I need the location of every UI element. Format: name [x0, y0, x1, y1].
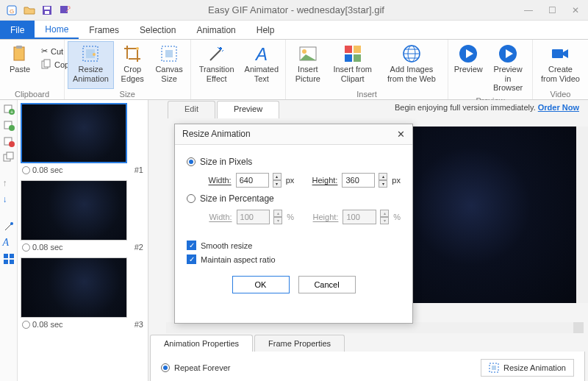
edit-tab[interactable]: Edit — [168, 101, 215, 118]
maximize-button[interactable]: ☐ — [545, 5, 559, 15]
insert-picture-button[interactable]: Insert Picture — [289, 41, 327, 89]
frame-thumbnail[interactable] — [21, 257, 127, 318]
frame-thumbnail[interactable] — [21, 180, 127, 241]
frame-panel: 0.08 sec#1 0.08 sec#2 0.08 sec#3 — [18, 100, 148, 381]
spinner-up[interactable]: ▴ — [379, 173, 387, 180]
order-now-link[interactable]: Order Now — [538, 103, 579, 112]
effects-icon[interactable] — [3, 221, 15, 232]
save-to-web-icon[interactable] — [59, 4, 71, 16]
ok-button[interactable]: OK — [232, 276, 290, 293]
group-video: Video — [536, 89, 585, 99]
title-bar: G Easy GIF Animator - wednesday[3star].g… — [0, 0, 588, 21]
width-px-input[interactable]: 640 — [236, 173, 269, 188]
frame-item[interactable]: 0.08 sec#3 — [21, 257, 145, 329]
size-percent-radio[interactable]: Size in Percentage — [187, 193, 401, 204]
animated-text-button[interactable]: A Animated Text — [241, 41, 282, 98]
group-clipboard: Clipboard — [3, 89, 61, 99]
scrollbar-horizontal[interactable] — [166, 322, 584, 333]
svg-point-12 — [93, 53, 96, 56]
folder-icon[interactable] — [24, 4, 35, 16]
crop-edges-button[interactable]: Crop Edges — [115, 41, 150, 89]
move-up-icon[interactable]: ↑ — [3, 178, 15, 190]
file-menu[interactable]: File — [0, 21, 35, 39]
preview-browser-button[interactable]: Preview in Browser — [487, 41, 529, 96]
width-pct-input: 100 — [237, 210, 270, 224]
svg-rect-41 — [10, 260, 14, 264]
svg-rect-20 — [354, 46, 361, 53]
size-pixels-radio[interactable]: Size in Pixels — [187, 157, 401, 167]
promo-text: Begin enjoying full version immediately.… — [395, 103, 579, 112]
repeat-forever-radio[interactable]: Repeat Forever — [161, 363, 230, 372]
delete-frame-icon[interactable] — [3, 135, 15, 147]
maintain-aspect-checkbox[interactable]: ✓Maintain aspect ratio — [187, 254, 401, 264]
frame-item[interactable]: 0.08 sec#2 — [21, 180, 145, 252]
frame-props-tab[interactable]: Frame Properties — [254, 335, 345, 352]
tab-home[interactable]: Home — [35, 21, 79, 39]
bottom-panel: Animation Properties Frame Properties Re… — [150, 335, 585, 381]
insert-frame-icon[interactable] — [3, 119, 15, 131]
clipart-icon — [343, 44, 362, 63]
preview-canvas — [411, 127, 584, 303]
play-icon — [459, 44, 478, 63]
svg-rect-38 — [4, 254, 8, 258]
svg-rect-5 — [60, 6, 68, 13]
save-icon[interactable] — [41, 4, 53, 16]
width-label: Width: — [204, 176, 232, 185]
create-from-video-button[interactable]: Create from Video — [536, 41, 585, 89]
animation-props-tab[interactable]: Animation Properties — [150, 335, 253, 352]
scissors-icon: ✂ — [41, 46, 48, 56]
height-px-input[interactable]: 360 — [342, 173, 375, 188]
resize-animation-quick-button[interactable]: Resize Animation — [481, 359, 574, 377]
svg-text:G: G — [10, 8, 14, 15]
left-toolbar: + ↑ ↓ A — [0, 100, 18, 381]
minimize-button[interactable]: — — [522, 5, 535, 15]
window-title: Easy GIF Animator - wednesday[3star].gif — [71, 4, 522, 15]
height-label: Height: — [311, 176, 338, 185]
globe-icon — [402, 44, 421, 63]
paste-button[interactable]: Paste — [3, 41, 37, 89]
duplicate-frame-icon[interactable] — [3, 152, 15, 163]
svg-rect-19 — [345, 46, 352, 53]
resize-animation-button[interactable]: Resize Animation — [68, 41, 114, 89]
frame-thumbnail[interactable] — [21, 103, 127, 163]
svg-rect-27 — [552, 49, 563, 58]
preview-button[interactable]: Preview — [451, 41, 485, 96]
svg-text:A: A — [254, 44, 268, 63]
copy-icon — [41, 59, 51, 71]
tab-animation[interactable]: Animation — [186, 21, 245, 39]
wand-icon — [207, 44, 226, 63]
svg-point-18 — [302, 49, 306, 54]
video-icon — [551, 44, 570, 63]
tab-selection[interactable]: Selection — [129, 21, 186, 39]
spinner-up[interactable]: ▴ — [273, 173, 282, 180]
frame-item[interactable]: 0.08 sec#1 — [21, 103, 145, 174]
canvas-size-button[interactable]: Canvas Size — [151, 41, 187, 89]
close-button[interactable]: ✕ — [569, 5, 582, 15]
scrollbar-vertical[interactable] — [576, 127, 588, 303]
text-tool-icon[interactable]: A — [3, 237, 15, 249]
spinner-down[interactable]: ▾ — [379, 180, 387, 188]
cancel-button[interactable]: Cancel — [298, 276, 356, 293]
transition-effect-button[interactable]: Transition Effect — [194, 41, 240, 98]
smooth-resize-checkbox[interactable]: ✓Smooth resize — [187, 241, 401, 250]
spinner-down[interactable]: ▾ — [273, 180, 282, 188]
resize-icon — [81, 44, 100, 63]
svg-rect-9 — [44, 60, 50, 67]
add-from-web-button[interactable]: Add Images from the Web — [379, 41, 445, 89]
dialog-close-button[interactable]: ✕ — [397, 129, 405, 140]
text-icon: A — [252, 44, 271, 63]
preview-tab[interactable]: Preview — [217, 101, 279, 118]
tab-frames[interactable]: Frames — [79, 21, 129, 39]
app-icon: G — [6, 4, 18, 16]
svg-rect-4 — [45, 11, 49, 14]
move-down-icon[interactable]: ↓ — [3, 194, 15, 206]
insert-clipart-button[interactable]: Insert from Clipart — [329, 41, 377, 89]
clock-icon — [22, 243, 30, 252]
svg-rect-7 — [16, 46, 22, 49]
svg-rect-22 — [354, 54, 361, 62]
svg-point-34 — [9, 141, 15, 147]
add-frame-icon[interactable]: + — [3, 103, 15, 115]
svg-rect-39 — [10, 254, 14, 258]
tab-help[interactable]: Help — [246, 21, 285, 39]
grid-view-icon[interactable] — [3, 253, 15, 265]
